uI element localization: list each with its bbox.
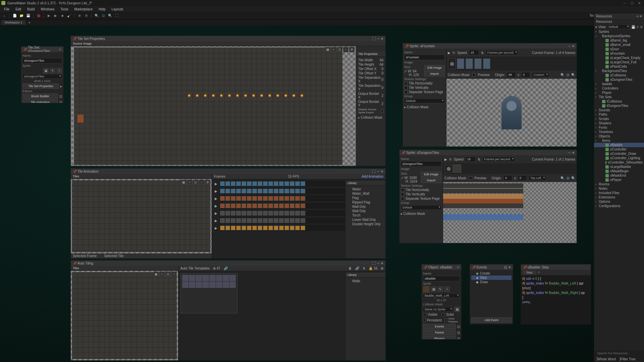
pin-icon[interactable]: 📌 (523, 265, 526, 269)
edit-mask-icon[interactable]: ▦ (454, 307, 460, 312)
resize-icon[interactable]: ⤢ (404, 69, 407, 73)
resource-scollisions[interactable]: sCollisions (594, 73, 644, 77)
code-tab[interactable]: Step (523, 270, 536, 275)
close-icon[interactable]: ✕ (572, 44, 575, 48)
tile-animation-button[interactable]: Tile Animation (22, 100, 58, 103)
pin-icon[interactable]: 📌 (401, 151, 405, 154)
pin-icon[interactable]: 📌 (472, 265, 475, 269)
menu-file[interactable]: File (1, 7, 12, 12)
lib-item[interactable]: Wall Drip (347, 209, 383, 213)
pin-icon[interactable]: 📌 (405, 44, 408, 48)
zoom-in-icon[interactable]: 🔍 (560, 73, 565, 77)
group-dropdown[interactable]: Default (401, 205, 441, 210)
expand-icon[interactable]: ⛶ (372, 261, 376, 265)
physics-checkbox[interactable] (444, 318, 447, 322)
zoom-in-icon[interactable]: 🔍 (94, 13, 100, 19)
menu-edit[interactable]: Edit (13, 7, 24, 12)
play-icon[interactable]: ▶ (46, 13, 52, 19)
frame[interactable] (453, 165, 461, 173)
minimize-icon[interactable]: ─ (568, 44, 571, 48)
lib-item[interactable]: Water (347, 187, 383, 191)
prop-value[interactable]: 64 (380, 63, 383, 66)
zoom-fit-icon[interactable]: ⊡ (193, 180, 198, 185)
pin-icon[interactable]: 📌 (23, 48, 26, 51)
sprite-select-icon[interactable]: ▦ (43, 68, 49, 73)
events-button[interactable]: Events (423, 324, 456, 329)
resource-included-files[interactable]: Included Files (594, 191, 644, 195)
autotile-template[interactable] (180, 273, 237, 313)
prop-value[interactable]: 0 (381, 71, 383, 75)
minimize-button[interactable]: ─ (621, 1, 628, 5)
resource-tree[interactable]: SpritesBackgroundSpritessBarrel_bigsBarr… (594, 29, 644, 357)
physics-button[interactable]: Physics (423, 336, 456, 339)
zoom-out-icon[interactable]: 🔍 (571, 176, 575, 180)
loop-icon[interactable]: ↻ (452, 51, 455, 55)
close-icon[interactable]: ✕ (457, 265, 459, 269)
tiles-canvas[interactable]: ▦ + ⊡ − ⚙ (71, 179, 212, 253)
menu-windows[interactable]: Windows (38, 7, 57, 12)
link-icon[interactable]: ⊡ (504, 265, 507, 269)
add-frame-icon[interactable]: ⊕ (444, 165, 452, 173)
add-frame-icon[interactable]: ⊕ (448, 58, 456, 69)
close-tab-icon[interactable]: ✕ (537, 270, 540, 275)
resource-ocontroller_silhouettes[interactable]: oController_Silhouettes (594, 160, 644, 165)
link-icon[interactable]: ⊡ (59, 101, 62, 103)
grid-icon[interactable]: ▦ (181, 180, 186, 185)
add-icon[interactable]: ⊕ (381, 266, 383, 270)
prop-value[interactable]: 0 (381, 67, 383, 71)
link2-icon[interactable]: 🔗 (355, 266, 359, 270)
count16[interactable]: 🔒 16 (369, 266, 377, 270)
zoom-in-icon[interactable]: + (187, 180, 192, 185)
options-icon[interactable]: ⚙ (349, 47, 355, 52)
lib-item[interactable]: Walls (347, 279, 383, 283)
sprite-select-icon[interactable]: ▦ (431, 287, 436, 292)
zoom-in-icon[interactable]: + (159, 272, 165, 277)
config-icon[interactable]: ⚙ (83, 13, 89, 19)
frame[interactable] (466, 58, 473, 69)
close-button[interactable]: ✕ (636, 1, 643, 5)
minimize-icon[interactable]: ─ (568, 151, 571, 155)
edit-icon[interactable]: ✎ (50, 68, 55, 73)
resource-slargechest_full[interactable]: sLargeChest_Full (594, 60, 644, 64)
prop-value[interactable]: 0 (381, 86, 383, 89)
edit-icon[interactable]: ✎ (438, 287, 443, 292)
close-icon[interactable]: ✕ (381, 37, 383, 41)
brush-builder-button[interactable]: Brush Builder (22, 94, 58, 99)
event-step[interactable]: ◆Step (471, 276, 512, 280)
spinner-icon[interactable]: ⇅ (478, 158, 480, 161)
spinner-icon[interactable]: ⇅ (481, 51, 484, 55)
frame[interactable] (457, 58, 464, 69)
resource-backgroundsprites[interactable]: BackgroundSprites (594, 34, 644, 38)
resource-controllers[interactable]: Controllers (594, 86, 644, 90)
origin-mode-dropdown[interactable]: Custom (532, 72, 549, 77)
prop-value[interactable]: 0 (381, 78, 383, 81)
zoom-out-icon[interactable]: 🔍 (571, 73, 575, 77)
resource-options[interactable]: Options (594, 199, 644, 204)
debug-play-icon[interactable]: ▶ (53, 13, 59, 19)
name-input[interactable] (22, 58, 62, 63)
minimize-icon[interactable]: ─ (377, 261, 379, 265)
resource-ocontroller_lighting[interactable]: oController_Lighting (594, 156, 644, 160)
pin-icon[interactable]: 📌 (73, 37, 76, 40)
prop-value[interactable]: 2 (381, 94, 383, 98)
resource-tile-sets[interactable]: Tile Sets (594, 95, 644, 99)
lib-item[interactable]: Double Height Drip (347, 222, 383, 226)
resource-sprites[interactable]: Sprites (594, 29, 644, 34)
resource-ocontroller_draw[interactable]: oController_Draw (594, 152, 644, 156)
link-icon[interactable]: ⊡ (59, 95, 62, 98)
origin-mode-dropdown[interactable]: Top Left (529, 176, 546, 180)
link-icon[interactable]: 🔗 (224, 266, 228, 270)
resource-sbarrel_small[interactable]: sBarrel_small (594, 43, 644, 47)
sprite-preview-canvas[interactable] (446, 79, 577, 146)
close-icon[interactable]: ✕ (639, 14, 642, 18)
tile-h-checkbox[interactable] (404, 82, 408, 85)
add-icon[interactable]: + (636, 14, 638, 18)
resource-omaskbegin[interactable]: oMaskBegin (594, 169, 644, 173)
play-icon[interactable]: ▶ (215, 197, 217, 200)
resource-obaddie[interactable]: oBaddie (594, 143, 644, 147)
expand-icon[interactable]: ⛶ (372, 37, 376, 41)
sep-page-checkbox[interactable] (401, 197, 404, 200)
resource-tdungeontiles[interactable]: tDungeonTiles (594, 104, 644, 108)
play-icon[interactable]: ▶ (215, 182, 217, 186)
pin-icon[interactable]: 📌 (73, 261, 76, 265)
